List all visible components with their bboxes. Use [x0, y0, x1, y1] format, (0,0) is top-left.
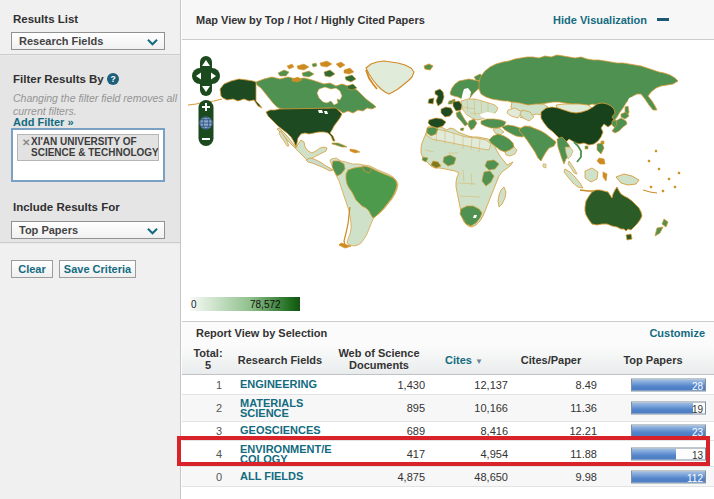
svg-text:?: ? [110, 74, 115, 84]
